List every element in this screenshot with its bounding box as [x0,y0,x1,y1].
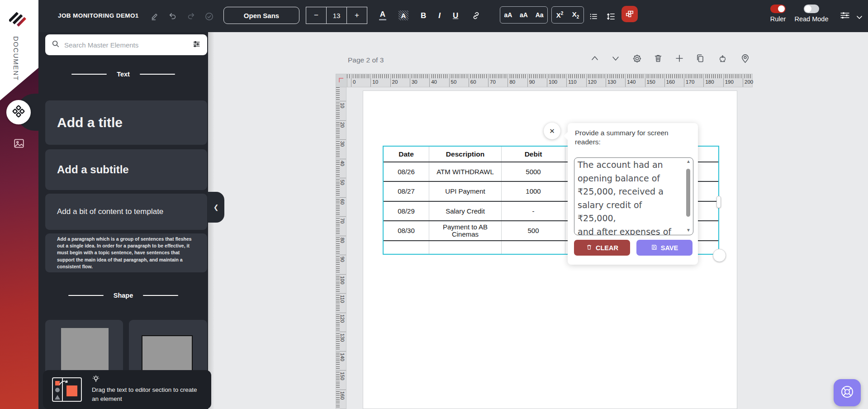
v-ruler-label: 110 [340,295,345,303]
underline-button[interactable]: U [453,12,458,19]
add-paragraph-card[interactable]: Add a paragraph which is a group of sent… [45,233,207,272]
font-size-increase-button[interactable]: + [347,7,367,24]
font-family-select[interactable]: Open Sans [223,7,299,24]
idea-pin-icon[interactable] [740,53,751,64]
table-resize-handle[interactable] [716,196,721,208]
superscript-button[interactable]: X2 [556,11,564,19]
popup-close-button[interactable]: ✕ [544,123,560,139]
italic-button[interactable]: I [438,12,441,19]
table-corner-handle[interactable] [713,249,726,262]
drag-hint-text: Drag the text to editor section to creat… [92,385,205,404]
ruler-toggle[interactable] [770,5,786,13]
line-spacing-icon[interactable] [605,11,616,22]
read-mode-toggle[interactable] [804,5,819,13]
ruler-corner [336,74,347,87]
search-input[interactable] [64,41,188,49]
subscript-button[interactable]: X2 [572,10,579,19]
add-subtitle-card[interactable]: Add a subtitle [45,149,207,190]
add-title-card[interactable]: Add a title [45,100,207,145]
dropped-square-shape [66,385,77,396]
bold-button[interactable]: B [421,12,426,19]
capitalize-button[interactable]: Aa [536,11,544,19]
page-down-icon[interactable] [611,53,621,64]
v-ruler-label: 70 [340,218,345,224]
page-settings-icon[interactable] [632,53,643,64]
v-ruler-label: 130 [340,333,345,342]
highlight-color-button[interactable]: A [398,10,408,20]
clear-button[interactable]: CLEAR [574,240,630,256]
elements-nav-button[interactable] [6,100,31,124]
summary-popup: Provide a summary for screen readers: Th… [568,123,698,265]
text-color-button[interactable]: A [379,10,386,20]
h-ruler-label: 160 [666,79,675,85]
table-header-cell: Debit [502,147,565,162]
h-ruler-label: 40 [431,79,437,85]
h-ruler-label: 130 [607,79,616,85]
summary-textarea[interactable]: The account had an opening balance of ₹2… [574,157,693,235]
add-page-icon[interactable] [674,53,685,64]
bullet-list-icon[interactable] [588,11,599,22]
script-group: X2 X2 [551,6,584,24]
images-nav-button[interactable] [13,138,25,149]
table-cell: 08/29 [384,202,429,220]
scroll-up-icon[interactable]: ▲ [685,159,692,164]
lifebuoy-icon [840,384,855,401]
search-box [45,34,207,55]
textarea-scrollbar[interactable]: ▲ ▼ [685,159,692,233]
add-content-card[interactable]: Add a bit of content to template [45,194,207,230]
scroll-down-icon[interactable]: ▼ [685,228,692,233]
h-ruler-label: 30 [412,79,417,85]
chevron-down-icon[interactable] [854,12,865,23]
scrollbar-thumb[interactable] [686,169,690,217]
h-ruler-label: 200 [745,79,753,85]
font-size-value[interactable]: 13 [327,7,347,24]
font-size-decrease-button[interactable]: − [306,7,327,24]
lowercase-button[interactable]: aA [520,11,528,19]
drag-arrow-icon [58,379,70,386]
uppercase-button[interactable]: aA [504,11,512,19]
v-ruler-label: 80 [340,238,345,243]
duplicate-page-icon[interactable] [695,53,706,64]
v-ruler-label: 50 [340,180,345,185]
drag-hint-tooltip: Drag the text to editor section to creat… [43,370,211,409]
page-up-icon[interactable] [590,53,601,64]
insert-table-button[interactable] [621,6,638,22]
save-disk-icon [651,244,658,252]
vertical-ruler[interactable]: 102030405060708090100110120130140150160 [336,87,346,409]
table-cell: ATM WITHDRAWL [429,162,502,181]
sidebar-collapse-tab[interactable]: ❮ [208,192,224,223]
app-window: JOB MONITORING DEMO1 Open Sans − 13 + A [0,0,868,409]
save-button[interactable]: SAVE [636,240,693,256]
text-section-header: Text [38,71,208,78]
undo-icon[interactable] [167,11,178,22]
v-ruler-label: 40 [340,161,345,166]
table-cell [384,241,429,254]
redo-icon[interactable] [185,11,196,22]
v-ruler-label: 100 [340,276,345,284]
editor-canvas: Page 2 of 3 0102030405060708090100110120… [208,32,868,409]
h-ruler-label: 190 [725,79,734,85]
chevron-left-icon: ❮ [213,204,219,211]
help-floating-button[interactable] [834,379,861,406]
edit-title-icon[interactable] [149,11,160,22]
delete-page-icon[interactable] [653,53,664,64]
left-rail: DOCUMENT [0,0,38,409]
horizontal-ruler[interactable]: 0102030405060708090100110120130140150160… [336,74,753,87]
search-filter-icon[interactable] [192,40,201,50]
h-ruler-label: 20 [392,79,398,85]
table-cell: 500 [502,221,565,240]
recycle-page-icon[interactable] [717,53,728,64]
h-ruler-label: 90 [529,79,535,85]
read-mode-toggle-label: Read Mode [791,15,832,23]
v-ruler-label: 150 [340,372,345,380]
h-ruler-label: 150 [647,79,655,85]
h-ruler-label: 140 [627,79,636,85]
h-ruler-label: 180 [705,79,714,85]
close-icon: ✕ [549,127,555,135]
h-ruler-label: 110 [568,79,576,85]
table-cell [502,241,565,254]
elements-sidebar: Text Add a title Add a subtitle Add a bi… [38,32,208,409]
settings-sliders-icon[interactable] [840,10,850,21]
v-ruler-label: 120 [340,314,345,323]
link-icon[interactable] [470,10,481,21]
